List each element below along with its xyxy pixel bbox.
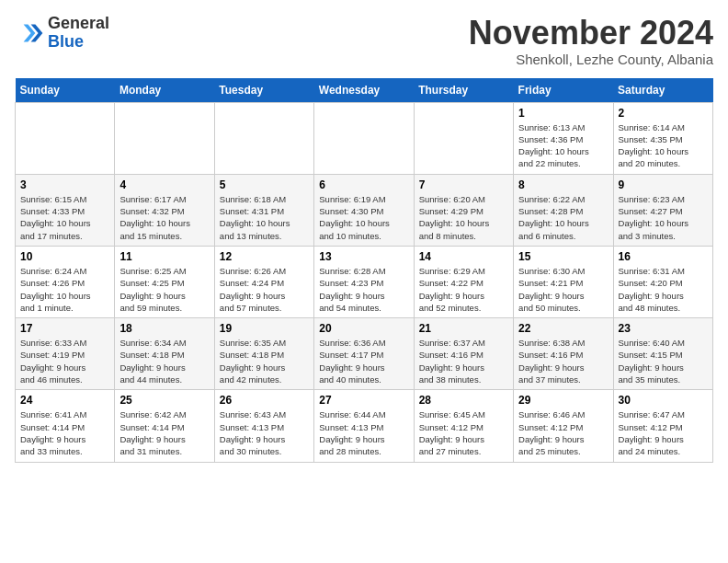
day-number: 30 [619,394,708,407]
calendar-cell [214,102,313,174]
day-number: 5 [220,178,309,191]
day-number: 4 [119,178,209,191]
day-info: Sunrise: 6:44 AM Sunset: 4:13 PM Dayligh… [319,408,408,457]
weekday-header-tuesday: Tuesday [214,78,313,103]
day-number: 9 [619,178,708,191]
calendar-cell: 20Sunrise: 6:36 AM Sunset: 4:17 PM Dayli… [314,318,414,390]
day-info: Sunrise: 6:17 AM Sunset: 4:32 PM Dayligh… [119,193,209,242]
day-info: Sunrise: 6:46 AM Sunset: 4:12 PM Dayligh… [518,408,608,457]
calendar-cell: 28Sunrise: 6:45 AM Sunset: 4:12 PM Dayli… [414,390,513,462]
weekday-header-friday: Friday [514,78,613,103]
day-info: Sunrise: 6:42 AM Sunset: 4:14 PM Dayligh… [119,408,209,457]
day-info: Sunrise: 6:31 AM Sunset: 4:20 PM Dayligh… [619,265,708,314]
day-info: Sunrise: 6:36 AM Sunset: 4:17 PM Dayligh… [319,337,408,385]
day-number: 27 [319,394,408,407]
logo: General Blue [15,15,109,52]
day-info: Sunrise: 6:30 AM Sunset: 4:21 PM Dayligh… [518,265,608,314]
calendar-cell: 10Sunrise: 6:24 AM Sunset: 4:26 PM Dayli… [16,246,115,317]
day-info: Sunrise: 6:35 AM Sunset: 4:18 PM Dayligh… [220,337,309,385]
calendar-cell: 26Sunrise: 6:43 AM Sunset: 4:13 PM Dayli… [214,390,313,462]
day-info: Sunrise: 6:15 AM Sunset: 4:33 PM Dayligh… [20,193,109,242]
weekday-header-thursday: Thursday [414,78,513,103]
day-number: 24 [20,394,109,407]
day-number: 21 [419,322,508,335]
calendar-week-1: 1Sunrise: 6:13 AM Sunset: 4:36 PM Daylig… [16,102,713,174]
day-info: Sunrise: 6:13 AM Sunset: 4:36 PM Dayligh… [518,121,608,170]
calendar-cell: 3Sunrise: 6:15 AM Sunset: 4:33 PM Daylig… [16,174,115,246]
calendar-cell: 24Sunrise: 6:41 AM Sunset: 4:14 PM Dayli… [16,390,115,462]
calendar-cell: 4Sunrise: 6:17 AM Sunset: 4:32 PM Daylig… [115,174,214,246]
calendar-cell [414,102,513,174]
day-info: Sunrise: 6:29 AM Sunset: 4:22 PM Dayligh… [419,265,508,314]
day-number: 10 [20,250,109,263]
calendar-cell: 15Sunrise: 6:30 AM Sunset: 4:21 PM Dayli… [514,246,613,317]
day-info: Sunrise: 6:18 AM Sunset: 4:31 PM Dayligh… [220,193,309,242]
day-info: Sunrise: 6:14 AM Sunset: 4:35 PM Dayligh… [619,121,708,170]
calendar-cell: 9Sunrise: 6:23 AM Sunset: 4:27 PM Daylig… [613,174,712,246]
calendar-cell: 5Sunrise: 6:18 AM Sunset: 4:31 PM Daylig… [214,174,313,246]
day-info: Sunrise: 6:26 AM Sunset: 4:24 PM Dayligh… [220,265,309,314]
day-info: Sunrise: 6:38 AM Sunset: 4:16 PM Dayligh… [518,337,608,385]
day-number: 29 [518,394,608,407]
day-info: Sunrise: 6:47 AM Sunset: 4:12 PM Dayligh… [619,408,708,457]
day-info: Sunrise: 6:43 AM Sunset: 4:13 PM Dayligh… [220,408,309,457]
day-number: 13 [319,250,408,263]
calendar-cell [115,102,214,174]
day-info: Sunrise: 6:37 AM Sunset: 4:16 PM Dayligh… [419,337,508,385]
calendar-cell: 8Sunrise: 6:22 AM Sunset: 4:28 PM Daylig… [514,174,613,246]
calendar-body: 1Sunrise: 6:13 AM Sunset: 4:36 PM Daylig… [16,102,713,462]
calendar-week-4: 17Sunrise: 6:33 AM Sunset: 4:19 PM Dayli… [16,318,713,390]
day-number: 12 [220,250,309,263]
calendar-cell: 6Sunrise: 6:19 AM Sunset: 4:30 PM Daylig… [314,174,414,246]
calendar-cell [16,102,115,174]
day-number: 1 [518,107,608,120]
day-number: 2 [619,107,708,120]
calendar-cell: 13Sunrise: 6:28 AM Sunset: 4:23 PM Dayli… [314,246,414,317]
calendar-cell [314,102,414,174]
title-block: November 2024 Shenkoll, Lezhe County, Al… [469,15,713,67]
day-number: 16 [619,250,708,263]
calendar-cell: 22Sunrise: 6:38 AM Sunset: 4:16 PM Dayli… [514,318,613,390]
logo-icon [15,18,44,48]
calendar-cell: 21Sunrise: 6:37 AM Sunset: 4:16 PM Dayli… [414,318,513,390]
day-number: 22 [518,322,608,335]
calendar-cell: 23Sunrise: 6:40 AM Sunset: 4:15 PM Dayli… [613,318,712,390]
day-number: 7 [419,178,508,191]
day-info: Sunrise: 6:24 AM Sunset: 4:26 PM Dayligh… [20,265,109,314]
calendar-week-2: 3Sunrise: 6:15 AM Sunset: 4:33 PM Daylig… [16,174,713,246]
day-info: Sunrise: 6:19 AM Sunset: 4:30 PM Dayligh… [319,193,408,242]
calendar-header: SundayMondayTuesdayWednesdayThursdayFrid… [16,78,713,103]
page-header: General Blue November 2024 Shenkoll, Lez… [15,15,713,67]
day-number: 23 [619,322,708,335]
calendar-table: SundayMondayTuesdayWednesdayThursdayFrid… [15,78,713,463]
day-number: 17 [20,322,109,335]
day-info: Sunrise: 6:23 AM Sunset: 4:27 PM Dayligh… [619,193,708,242]
day-info: Sunrise: 6:22 AM Sunset: 4:28 PM Dayligh… [518,193,608,242]
day-number: 11 [119,250,209,263]
calendar-cell: 7Sunrise: 6:20 AM Sunset: 4:29 PM Daylig… [414,174,513,246]
calendar-cell: 27Sunrise: 6:44 AM Sunset: 4:13 PM Dayli… [314,390,414,462]
day-info: Sunrise: 6:41 AM Sunset: 4:14 PM Dayligh… [20,408,109,457]
calendar-cell: 29Sunrise: 6:46 AM Sunset: 4:12 PM Dayli… [514,390,613,462]
day-number: 14 [419,250,508,263]
calendar-cell: 14Sunrise: 6:29 AM Sunset: 4:22 PM Dayli… [414,246,513,317]
day-number: 3 [20,178,109,191]
calendar-week-5: 24Sunrise: 6:41 AM Sunset: 4:14 PM Dayli… [16,390,713,462]
day-number: 15 [518,250,608,263]
day-number: 19 [220,322,309,335]
calendar-cell: 11Sunrise: 6:25 AM Sunset: 4:25 PM Dayli… [115,246,214,317]
calendar-week-3: 10Sunrise: 6:24 AM Sunset: 4:26 PM Dayli… [16,246,713,317]
logo-text: General Blue [48,15,109,52]
day-number: 8 [518,178,608,191]
calendar-cell: 16Sunrise: 6:31 AM Sunset: 4:20 PM Dayli… [613,246,712,317]
day-info: Sunrise: 6:33 AM Sunset: 4:19 PM Dayligh… [20,337,109,385]
day-info: Sunrise: 6:40 AM Sunset: 4:15 PM Dayligh… [619,337,708,385]
weekday-header-saturday: Saturday [613,78,712,103]
weekday-header-sunday: Sunday [16,78,115,103]
day-number: 6 [319,178,408,191]
weekday-header-monday: Monday [115,78,214,103]
calendar-cell: 2Sunrise: 6:14 AM Sunset: 4:35 PM Daylig… [613,102,712,174]
calendar-cell: 17Sunrise: 6:33 AM Sunset: 4:19 PM Dayli… [16,318,115,390]
day-info: Sunrise: 6:25 AM Sunset: 4:25 PM Dayligh… [119,265,209,314]
day-number: 20 [319,322,408,335]
